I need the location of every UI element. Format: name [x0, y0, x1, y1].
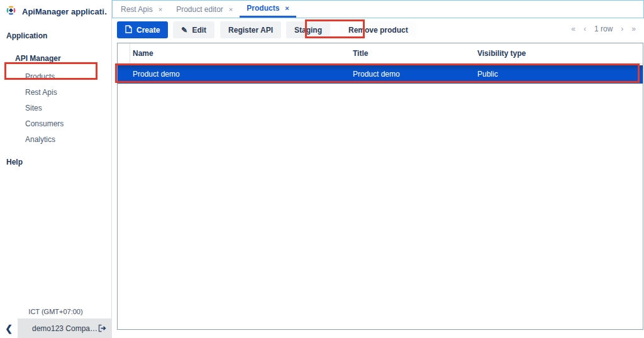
remove-product-button[interactable]: Remove product: [340, 21, 416, 38]
table-row-product-demo[interactable]: Product demo Product demo Public: [118, 65, 643, 84]
cell-visibility: Public: [477, 65, 498, 84]
create-button-label: Create: [136, 26, 160, 35]
tab-products-close-icon[interactable]: ×: [285, 4, 289, 12]
column-header-title[interactable]: Title: [353, 43, 368, 64]
pagination: « ‹ 1 row › »: [571, 25, 636, 33]
register-api-button-label: Register API: [228, 26, 273, 35]
cell-title: Product demo: [353, 65, 400, 84]
edit-button-label: Edit: [192, 26, 206, 35]
user-name-label: demo123 Compa…: [32, 324, 97, 333]
sidebar-item-analytics[interactable]: Analytics: [0, 131, 111, 147]
create-file-icon: [125, 25, 132, 35]
toolbar: Create ✎ Edit Register API Staging Remov…: [112, 21, 644, 39]
create-button[interactable]: Create: [117, 21, 168, 38]
edit-button[interactable]: ✎ Edit: [173, 21, 214, 38]
tab-product-editor[interactable]: Product editor ×: [169, 1, 240, 18]
tab-products-label: Products: [247, 4, 279, 13]
table-header-row: Name Title Visibility type: [118, 43, 643, 64]
tab-rest-apis[interactable]: Rest Apis ×: [114, 1, 169, 18]
sidebar-item-sites[interactable]: Sites: [0, 100, 111, 116]
products-table: Name Title Visibility type Product demo …: [117, 43, 643, 330]
tab-bar: Rest Apis × Product editor × Products ×: [112, 0, 644, 18]
main-area: Rest Apis × Product editor × Products × …: [112, 0, 644, 338]
sidebar: ApiManager applicati… Application API Ma…: [0, 0, 112, 338]
sidebar-section-help: Help: [6, 158, 111, 166]
logout-icon[interactable]: [98, 324, 106, 332]
user-menu-button[interactable]: demo123 Compa…: [18, 319, 112, 338]
pagination-row-count: 1 row: [594, 25, 613, 33]
pagination-first-button[interactable]: «: [571, 25, 575, 33]
sidebar-item-rest-apis[interactable]: Rest Apis: [0, 84, 111, 100]
pencil-icon: ✎: [181, 26, 187, 34]
column-header-visibility-type[interactable]: Visibility type: [477, 43, 526, 64]
column-header-name[interactable]: Name: [133, 43, 153, 64]
sidebar-collapse-button[interactable]: ❮: [0, 319, 18, 338]
pagination-prev-button[interactable]: ‹: [584, 25, 586, 33]
remove-product-button-label: Remove product: [348, 26, 408, 35]
staging-button-label: Staging: [294, 26, 322, 35]
tab-product-editor-close-icon[interactable]: ×: [229, 6, 233, 13]
tab-rest-apis-close-icon[interactable]: ×: [158, 6, 162, 13]
app-logo-icon: [6, 5, 16, 18]
table-selection-column: [118, 43, 130, 63]
tab-product-editor-label: Product editor: [176, 5, 223, 14]
app-header: ApiManager applicati…: [0, 0, 111, 23]
tab-products[interactable]: Products ×: [240, 1, 296, 18]
app-title: ApiManager applicati…: [22, 7, 108, 16]
cell-name: Product demo: [133, 65, 180, 84]
register-api-button[interactable]: Register API: [220, 21, 281, 38]
sidebar-item-products[interactable]: Products: [0, 68, 111, 84]
pagination-next-button[interactable]: ›: [621, 25, 623, 33]
timezone-label: ICT (GMT+07:00): [0, 308, 111, 315]
staging-button[interactable]: Staging: [286, 21, 330, 38]
sidebar-bottom-bar: ❮ demo123 Compa…: [0, 319, 112, 338]
pagination-last-button[interactable]: »: [631, 25, 636, 33]
tab-rest-apis-label: Rest Apis: [121, 5, 153, 14]
sidebar-item-consumers[interactable]: Consumers: [0, 116, 111, 131]
sidebar-section-api-manager: API Manager: [15, 54, 111, 63]
sidebar-section-application: Application: [6, 31, 111, 40]
